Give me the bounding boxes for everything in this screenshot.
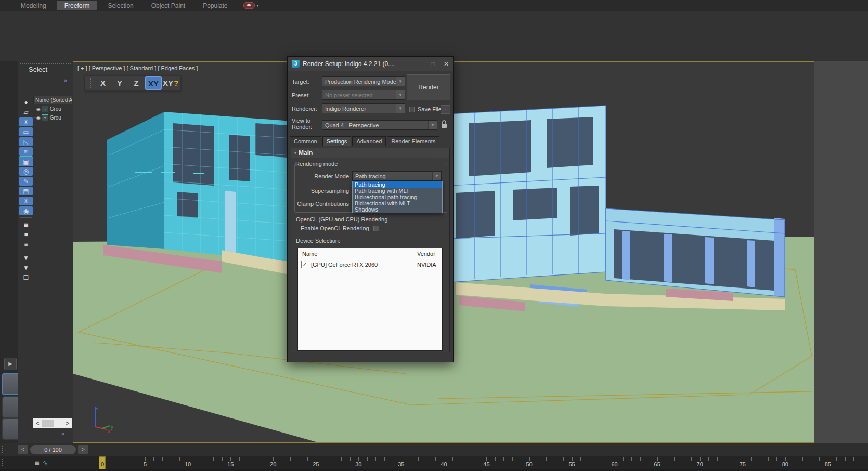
device-table-header[interactable]: Name Vendor <box>298 248 442 259</box>
dropdown-option[interactable]: Bidirectional with MLT <box>353 200 442 206</box>
axis-button-xy-q[interactable]: XY? <box>163 76 178 89</box>
ruler-tick <box>478 457 478 461</box>
axis-button-y[interactable]: Y <box>112 76 127 89</box>
frozen-filter-icon[interactable]: ✳ <box>19 197 33 205</box>
panel-scrollbar[interactable]: < > <box>33 418 72 428</box>
collapse-arrow-icon[interactable]: ▾ <box>294 151 296 155</box>
renderer-value: Indigo Renderer <box>322 106 396 112</box>
lock-icon[interactable] <box>441 119 448 129</box>
ribbon-tab-modeling[interactable]: Modeling <box>14 1 54 10</box>
column-name[interactable]: Name <box>298 251 414 257</box>
ribbon-tab-populate[interactable]: Populate <box>196 1 235 10</box>
tab-render-elements[interactable]: Render Elements <box>387 136 439 146</box>
explorer-row[interactable]: ┈◉▱Grou <box>33 104 72 113</box>
chevron-down-icon[interactable]: ▼ <box>396 104 405 113</box>
bones-filter-icon[interactable]: ✎ <box>19 177 33 186</box>
helpers-filter-icon[interactable]: ◺ <box>19 137 33 146</box>
spacewarps-filter-icon[interactable]: ≋ <box>19 147 33 156</box>
save-file-checkbox[interactable] <box>409 107 415 112</box>
axis-button-z[interactable]: Z <box>128 76 144 89</box>
render-mode-dropdown[interactable]: Path tracing▼ <box>352 171 442 181</box>
hidden-filter-icon[interactable]: ◉ <box>19 206 33 215</box>
minimize-icon[interactable]: — <box>412 60 426 68</box>
geometry-filter-icon[interactable]: ● <box>19 98 33 107</box>
table-row[interactable]: ✓[GPU] GeForce RTX 2060NVIDIA <box>298 259 442 270</box>
panel-more-chevron[interactable]: » <box>61 430 64 437</box>
enable-opencl-checkbox[interactable] <box>373 226 379 231</box>
device-checkbox[interactable]: ✓ <box>301 261 308 268</box>
explorer-row[interactable]: ┈◉▱Grou <box>33 113 72 122</box>
chevron-down-icon[interactable]: ▼ <box>432 172 441 180</box>
command-panel-strip <box>814 61 868 443</box>
scene-explorer-panel: Select » ●▱☀▭◺≋▣◎✎▤✳◉≣■≡▼▼☐ Name (Sorted… <box>18 52 73 443</box>
scroll-right-icon[interactable]: > <box>63 420 72 426</box>
tab-common[interactable]: Common <box>290 136 321 146</box>
basket-icon[interactable]: ☐ <box>19 273 33 282</box>
filter-icon[interactable]: ▼ <box>19 263 33 272</box>
groups-filter-icon[interactable]: ▣ <box>19 157 33 166</box>
chevron-down-icon[interactable]: ▼ <box>396 77 405 86</box>
view-label-line1: View to <box>292 117 312 124</box>
axis-button-xy[interactable]: XY <box>145 76 162 90</box>
ribbon-tab-freeform[interactable]: Freeform <box>57 1 98 10</box>
render-button[interactable]: Render <box>407 74 450 100</box>
renderer-dropdown[interactable]: Indigo Renderer▼ <box>322 103 405 113</box>
chevron-down-icon[interactable]: ▼ <box>396 90 405 99</box>
shapes-filter-icon[interactable]: ▱ <box>19 108 33 116</box>
main-rollout-header[interactable]: ▾ Main ⋮⋮ <box>291 148 449 158</box>
explorer-column-header[interactable]: Name (Sorted A <box>33 96 72 104</box>
rollout-grip[interactable]: ⋮⋮ <box>437 150 446 155</box>
lights-filter-icon[interactable]: ☀ <box>19 117 33 126</box>
dropdown-option[interactable]: Bidirectional path tracing <box>353 194 442 200</box>
dropdown-option[interactable]: Shadows <box>353 206 442 213</box>
dropdown-option[interactable]: Path tracing <box>353 181 442 188</box>
ruler-label: 50 <box>522 461 537 467</box>
ruler-tick <box>162 457 163 461</box>
previous-frame-button[interactable]: < <box>18 445 28 454</box>
expand-panel-button[interactable]: ▶ <box>4 358 17 370</box>
viewport-label[interactable]: [ + ] [ Perspective ] [ Standard ] [ Edg… <box>77 65 198 71</box>
dialog-titlebar[interactable]: 3 Render Setup: Indigo 4.2.21 (0.... — □… <box>288 57 453 71</box>
scrollbar-thumb[interactable] <box>42 420 54 427</box>
ruler-tick <box>691 457 692 461</box>
ribbon-overflow-icon[interactable] <box>243 2 255 9</box>
ribbon-tab-object-paint[interactable]: Object Paint <box>144 1 192 10</box>
eye-icon[interactable]: ◉ <box>36 115 41 121</box>
current-frame-field[interactable]: 0 / 100 <box>30 445 76 454</box>
track-list-icon[interactable]: ≣ <box>34 459 40 466</box>
preset-dropdown[interactable]: No preset selected▼ <box>322 90 405 100</box>
panel-expand-chevron[interactable]: » <box>64 77 67 83</box>
close-icon[interactable]: ✕ <box>439 60 453 68</box>
ruler-tick <box>341 457 342 461</box>
ribbon-tab-selection[interactable]: Selection <box>100 1 140 10</box>
files-button[interactable]: ... <box>441 105 450 114</box>
detail-view-icon[interactable]: ≡ <box>19 240 33 248</box>
explorer-row-label: Grou <box>50 106 61 112</box>
chevron-down-icon[interactable]: ▼ <box>428 121 437 129</box>
column-vendor[interactable]: Vendor <box>414 250 442 257</box>
view-to-render-dropdown[interactable]: Quad 4 - Perspective▼ <box>322 120 437 130</box>
curve-wave-icon[interactable]: ∿ <box>43 459 48 466</box>
eye-icon[interactable]: ◉ <box>36 107 41 112</box>
bar-grip[interactable] <box>1 458 4 467</box>
list-view-icon[interactable]: ≣ <box>19 220 33 229</box>
cameras-filter-icon[interactable]: ▭ <box>19 127 33 136</box>
filter-settings-icon[interactable]: ▼ <box>19 253 33 262</box>
tab-advanced[interactable]: Advanced <box>352 136 386 146</box>
toolbar-grip[interactable] <box>89 78 92 88</box>
target-dropdown[interactable]: Production Rendering Mode▼ <box>322 76 405 86</box>
xrefs-filter-icon[interactable]: ◎ <box>19 167 33 176</box>
blank-view-icon[interactable]: ■ <box>19 230 33 239</box>
next-frame-button[interactable]: > <box>78 445 88 454</box>
scroll-left-icon[interactable]: < <box>33 420 42 426</box>
axis-button-x[interactable]: X <box>95 76 111 89</box>
dropdown-option[interactable]: Path tracing with MLT <box>353 188 442 194</box>
tab-settings[interactable]: Settings <box>322 136 352 146</box>
panel-grip[interactable] <box>19 62 71 64</box>
containers-filter-icon[interactable]: ▤ <box>19 187 33 195</box>
maximize-icon[interactable]: □ <box>426 60 439 68</box>
bar-grip[interactable] <box>1 445 4 454</box>
timeline-ruler[interactable]: ≣∿ 5101520253035404550556065707580850 <box>0 456 868 469</box>
chevron-down-icon[interactable]: ▾ <box>257 3 259 8</box>
application-window: ModelingFreeformSelectionObject PaintPop… <box>0 0 868 471</box>
